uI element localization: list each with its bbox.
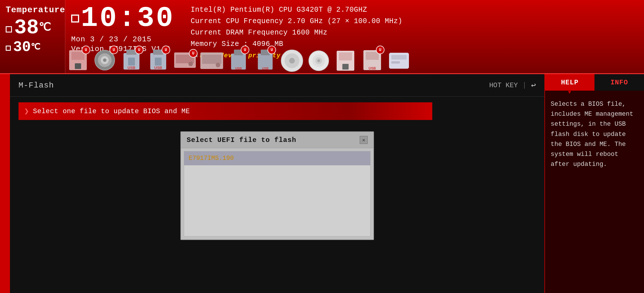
cpu-freq: Current CPU Frequency 2.70 GHz (27 × 100…: [191, 16, 638, 27]
right-panel: HELP INFO Selects a BIOS file, includes …: [544, 74, 644, 293]
hotkey-label: HOT KEY: [489, 82, 518, 89]
usb-badge-8: U: [376, 46, 384, 54]
svg-text:USB: USB: [127, 66, 135, 70]
svg-point-33: [317, 59, 320, 62]
svg-rect-13: [155, 58, 162, 66]
boot-device-floppy1[interactable]: U: [65, 48, 90, 73]
svg-point-6: [103, 58, 106, 62]
file-list: E7917IMS.190: [184, 151, 371, 237]
main-content: M-Flash HOT KEY | ↩ ❯ Select one file to…: [0, 74, 644, 293]
svg-rect-36: [342, 64, 349, 70]
usb-badge-4: U: [162, 46, 170, 54]
temperature-section: Temperature 38℃ 30℃: [0, 0, 65, 73]
temp2-box: [6, 46, 11, 51]
boot-device-usb3[interactable]: USB U: [226, 48, 251, 73]
usb-badge-2: U: [110, 46, 118, 54]
help-text: Selects a BIOS file, includes ME managem…: [551, 99, 638, 169]
prompt-arrow-icon: ❯: [24, 106, 29, 116]
back-button[interactable]: ↩: [531, 80, 536, 90]
svg-rect-2: [75, 63, 81, 69]
boot-device-usb4[interactable]: USB U: [253, 48, 278, 73]
clock-time: 10:30: [71, 4, 179, 33]
boot-device-card[interactable]: [386, 48, 411, 73]
svg-point-17: [188, 62, 193, 66]
dialog-close-button[interactable]: ✕: [360, 136, 368, 144]
temp1-unit: ℃: [39, 23, 51, 33]
svg-rect-9: [128, 58, 135, 66]
file-item[interactable]: E7917IMS.190: [184, 151, 370, 165]
svg-text:USB: USB: [235, 67, 242, 70]
panel-title: M-Flash: [18, 81, 54, 90]
boot-device-disk1[interactable]: [279, 48, 304, 73]
temp1-display: 38℃: [6, 18, 59, 38]
boot-device-cdrom2[interactable]: [306, 48, 331, 73]
svg-rect-38: [366, 52, 379, 60]
svg-rect-41: [391, 55, 407, 60]
boot-icons-row: U U USB: [63, 46, 644, 73]
left-strip: [0, 74, 10, 293]
dialog-body: E7917IMS.190: [181, 148, 373, 239]
svg-rect-19: [202, 55, 221, 64]
clock-date: Mon 3 / 23 / 2015: [71, 35, 179, 44]
dialog-title: Select UEFI file to flash: [187, 136, 296, 144]
dram-freq: Current DRAM Frequency 1600 MHz: [191, 27, 638, 38]
boot-device-hdd1[interactable]: [199, 48, 224, 73]
usb-badge-5: U: [189, 49, 197, 58]
cpu-info: Intel(R) Pentium(R) CPU G3420T @ 2.70GHZ: [191, 4, 638, 16]
boot-device-usb5[interactable]: USB U: [360, 48, 385, 73]
mflash-content: ❯ Select one file to update BIOS and ME …: [10, 97, 544, 246]
usb-badge-7: U: [268, 46, 276, 54]
boot-device-hdd-usb1[interactable]: U: [172, 48, 197, 73]
tab-help[interactable]: HELP: [545, 74, 594, 91]
prompt-text: Select one file to update BIOS and ME: [33, 107, 190, 115]
dialog-titlebar: Select UEFI file to flash ✕: [181, 132, 373, 148]
svg-text:USB: USB: [154, 66, 162, 70]
temp2-display: 30℃: [6, 40, 59, 55]
svg-rect-42: [391, 61, 400, 64]
dialog-box: Select UEFI file to flash ✕ E7917IMS.190: [180, 131, 374, 240]
tab-info[interactable]: INFO: [594, 74, 644, 91]
usb-badge-6: U: [241, 46, 249, 54]
temp2-value: 30: [13, 40, 31, 55]
svg-text:USB: USB: [369, 66, 376, 70]
clock-box-icon: [71, 15, 79, 23]
temp2-unit: ℃: [31, 43, 40, 52]
top-bar: Temperature 38℃ 30℃ 10:30 Mon 3 / 23 / 2…: [0, 0, 644, 74]
right-tabs: HELP INFO: [545, 74, 644, 91]
right-panel-body: Selects a BIOS file, includes ME managem…: [545, 91, 644, 293]
clock-digits: 10:30: [81, 4, 175, 33]
mflash-prompt: ❯ Select one file to update BIOS and ME: [18, 102, 432, 120]
usb-badge-1: U: [82, 46, 90, 54]
hotkey-separator: |: [522, 82, 526, 89]
svg-point-29: [289, 58, 295, 64]
svg-rect-1: [71, 52, 85, 60]
svg-rect-35: [339, 52, 352, 60]
temp1-value: 38: [14, 18, 39, 38]
boot-device-cdrom1[interactable]: U: [92, 48, 117, 73]
boot-device-floppy2[interactable]: [333, 48, 358, 73]
temp1-box: [6, 26, 12, 32]
svg-point-20: [216, 63, 220, 67]
hotkey-area: HOT KEY | ↩: [489, 80, 536, 90]
dialog-overlay: Select UEFI file to flash ✕ E7917IMS.190: [18, 126, 536, 240]
boot-device-usb2[interactable]: USB U: [146, 48, 171, 73]
usb-badge-3: U: [135, 46, 143, 54]
boot-device-usb1[interactable]: USB U: [119, 48, 144, 73]
svg-text:USB: USB: [262, 67, 268, 70]
left-panel: M-Flash HOT KEY | ↩ ❯ Select one file to…: [10, 74, 544, 293]
temperature-label: Temperature: [6, 5, 59, 15]
panel-header: M-Flash HOT KEY | ↩: [10, 74, 544, 97]
